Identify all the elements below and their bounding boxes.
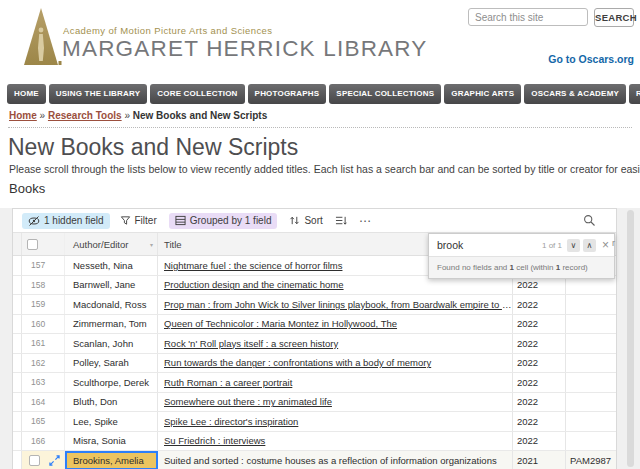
scrollbar-thumb[interactable] — [627, 210, 634, 467]
extra-cell[interactable] — [566, 315, 616, 334]
select-all-checkbox[interactable] — [27, 239, 38, 250]
row-gutter[interactable]: 159 — [22, 295, 65, 314]
date-cell[interactable]: 2022 — [513, 412, 566, 431]
row-gutter[interactable]: 165 — [22, 412, 65, 431]
author-cell[interactable]: Sculthorpe, Derek — [65, 373, 158, 392]
date-cell[interactable]: 2022 — [513, 354, 566, 373]
row-gutter[interactable] — [22, 451, 65, 469]
title-cell[interactable]: Rock 'n' Roll plays itself : a screen hi… — [158, 334, 513, 353]
row-gutter[interactable]: 157 — [22, 256, 65, 275]
author-cell[interactable]: Barnwell, Jane — [65, 276, 158, 295]
chevron-down-button[interactable]: ∨ — [567, 239, 580, 252]
row-gutter[interactable]: 161 — [22, 334, 65, 353]
author-cell[interactable]: Polley, Sarah — [65, 354, 158, 373]
row-gutter[interactable]: 160 — [22, 315, 65, 334]
breadcrumb-home-link[interactable]: Home — [9, 110, 37, 121]
row-gutter[interactable]: 158 — [22, 276, 65, 295]
date-cell[interactable]: 2022 — [513, 432, 566, 451]
page-description: Please scroll through the lists below to… — [9, 163, 640, 175]
title-cell[interactable]: Su Friedrich : interviews — [158, 432, 513, 451]
date-text: 2022 — [517, 299, 538, 310]
extra-cell[interactable] — [566, 373, 616, 392]
title-link[interactable]: Production design and the cinematic home — [164, 279, 512, 290]
extra-cell[interactable] — [566, 412, 616, 431]
title-cell[interactable]: Queen of Technicolor : Maria Montez in H… — [158, 315, 513, 334]
chevron-down-icon[interactable]: ▾ — [150, 241, 153, 248]
author-cell[interactable]: Lee, Spike — [65, 412, 158, 431]
author-column-header[interactable]: Author/Editor ▾ — [65, 233, 158, 255]
group-indent — [13, 451, 22, 469]
date-cell[interactable]: 2022 — [513, 373, 566, 392]
author-cell[interactable]: Zimmerman, Tom — [65, 315, 158, 334]
row-checkbox[interactable] — [29, 455, 40, 466]
title-link[interactable]: Prop man : from John Wick to Silver lini… — [164, 299, 512, 310]
grid-search-button[interactable] — [583, 214, 596, 227]
author-cell[interactable]: Brookins, Amelia — [65, 451, 158, 469]
nav-tab-home[interactable]: HOME — [7, 84, 46, 104]
search-icon — [583, 214, 596, 227]
oscars-org-link[interactable]: Go to Oscars.org — [548, 53, 634, 65]
nav-tab-photographs[interactable]: PHOTOGRAPHS — [248, 84, 327, 104]
nav-tab-graphic-arts[interactable]: GRAPHIC ARTS — [444, 84, 521, 104]
filter-label: Filter — [135, 215, 157, 226]
nav-tab-core-collection[interactable]: CORE COLLECTION — [150, 84, 244, 104]
author-cell[interactable]: Macdonald, Ross — [65, 295, 158, 314]
author-cell[interactable]: Misra, Sonia — [65, 432, 158, 451]
title-link[interactable]: Spike Lee : director's inspiration — [164, 416, 512, 427]
row-gutter[interactable]: 164 — [22, 393, 65, 412]
author-text: Lee, Spike — [73, 416, 118, 427]
row-gutter[interactable]: 166 — [22, 432, 65, 451]
title-link[interactable]: Somewhere out there : my animated life — [164, 396, 512, 407]
date-cell[interactable]: 2022 — [513, 295, 566, 314]
row-gutter[interactable]: 163 — [22, 373, 65, 392]
author-cell[interactable]: Bluth, Don — [65, 393, 158, 412]
title-cell[interactable]: Ruth Roman : a career portrait — [158, 373, 513, 392]
breadcrumb-research-tools-link[interactable]: Research Tools — [48, 110, 122, 121]
nav-tab-oscars-academy[interactable]: OSCARS & ACADEMY — [524, 84, 626, 104]
chevron-up-button[interactable]: ∧ — [583, 239, 596, 252]
site-search-input[interactable] — [468, 8, 588, 26]
row-gutter[interactable]: 162 — [22, 354, 65, 373]
sort-button[interactable]: Sort — [289, 215, 322, 226]
nav-tab-special-collections[interactable]: SPECIAL COLLECTIONS — [329, 84, 441, 104]
main-nav: HOME USING THE LIBRARY CORE COLLECTION P… — [7, 84, 634, 104]
title-link[interactable]: Ruth Roman : a career portrait — [164, 377, 512, 388]
date-text: 2021 — [517, 455, 538, 466]
date-cell[interactable]: 2021 — [513, 451, 566, 469]
more-options-button[interactable]: ⋯ — [359, 216, 371, 226]
nav-tab-research-tools[interactable]: RESEARCH TOOLS — [629, 84, 640, 104]
grouped-button[interactable]: Grouped by 1 field — [169, 213, 278, 229]
extra-cell[interactable] — [566, 393, 616, 412]
table-row: 162 Polley, Sarah Run towards the danger… — [13, 354, 616, 374]
title-cell[interactable]: Prop man : from John Wick to Silver lini… — [158, 295, 513, 314]
title-link[interactable]: Su Friedrich : interviews — [164, 435, 512, 446]
breadcrumb: Home » Research Tools » New Books and Ne… — [9, 110, 267, 121]
row-height-button[interactable] — [335, 215, 347, 226]
title-link[interactable]: Queen of Technicolor : Maria Montez in H… — [164, 318, 512, 329]
extra-cell[interactable] — [566, 334, 616, 353]
hidden-fields-button[interactable]: 1 hidden field — [22, 213, 110, 229]
site-search-button[interactable]: SEARCH — [594, 8, 634, 27]
title-link[interactable]: Rock 'n' Roll plays itself : a screen hi… — [164, 338, 512, 349]
author-cell[interactable]: Scanlan, John — [65, 334, 158, 353]
date-cell[interactable]: 2022 — [513, 334, 566, 353]
extra-cell[interactable] — [566, 432, 616, 451]
find-result-summary: Found no fields and 1 cell (within 1 rec… — [429, 256, 614, 278]
filter-button[interactable]: Filter — [120, 215, 157, 226]
title-link[interactable]: Suited and sorted : costume houses as a … — [164, 455, 512, 466]
title-cell[interactable]: Suited and sorted : costume houses as a … — [158, 451, 513, 469]
extra-cell[interactable] — [566, 295, 616, 314]
nav-tab-using-the-library[interactable]: USING THE LIBRARY — [49, 84, 147, 104]
title-cell[interactable]: Somewhere out there : my animated life — [158, 393, 513, 412]
find-input[interactable]: brook — [437, 239, 539, 251]
title-cell[interactable]: Run towards the danger : confrontations … — [158, 354, 513, 373]
close-icon[interactable]: × — [602, 238, 609, 252]
date-cell[interactable]: 2022 — [513, 315, 566, 334]
date-cell[interactable]: 2022 — [513, 393, 566, 412]
author-cell[interactable]: Nesseth, Nina — [65, 256, 158, 275]
title-cell[interactable]: Spike Lee : director's inspiration — [158, 412, 513, 431]
expand-record-icon[interactable] — [49, 455, 60, 466]
title-link[interactable]: Run towards the danger : confrontations … — [164, 357, 512, 368]
extra-cell[interactable] — [566, 354, 616, 373]
extra-cell[interactable]: PAM2987 — [566, 451, 616, 469]
